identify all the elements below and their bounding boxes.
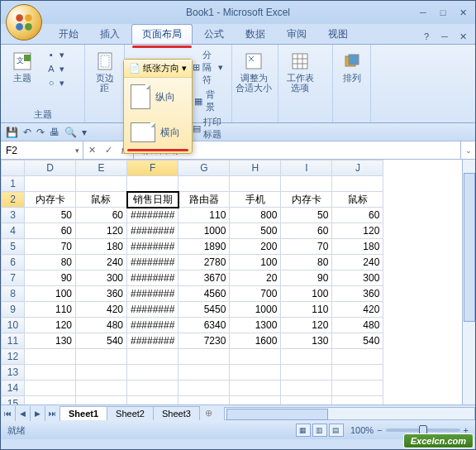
col-header-F[interactable]: F — [127, 160, 178, 176]
cell-E3[interactable]: 60 — [76, 208, 127, 223]
sheet-nav-first[interactable]: ⏮ — [1, 406, 16, 421]
cell-I14[interactable] — [281, 381, 332, 396]
cell-D6[interactable]: 80 — [25, 255, 76, 270]
sheet-tab-3[interactable]: Sheet3 — [153, 406, 200, 420]
vertical-scrollbar[interactable] — [462, 160, 475, 405]
cell-H1[interactable] — [230, 176, 281, 192]
qat-more[interactable]: ▾ — [82, 127, 87, 138]
col-header-E[interactable]: E — [76, 160, 127, 176]
row-header-12[interactable]: 12 — [2, 349, 25, 365]
cell-I2[interactable]: 内存卡 — [281, 192, 332, 208]
cell-F2[interactable]: 销售日期 — [127, 192, 178, 208]
row-header-2[interactable]: 2 — [2, 192, 25, 208]
office-button[interactable] — [6, 4, 42, 41]
view-layout[interactable]: ▥ — [312, 424, 327, 437]
cell-J14[interactable] — [332, 381, 383, 396]
cell-G14[interactable] — [178, 381, 230, 396]
row-header-1[interactable]: 1 — [2, 176, 25, 192]
cell-F3[interactable]: ######## — [127, 208, 178, 223]
row-header-14[interactable]: 14 — [2, 381, 25, 396]
scale-to-fit-button[interactable]: 调整为 合适大小 — [237, 48, 270, 120]
name-box[interactable]: F2 — [1, 141, 83, 159]
cell-E1[interactable] — [76, 176, 127, 192]
arrange-button[interactable]: 排列 — [338, 48, 365, 120]
cell-G5[interactable]: 1890 — [178, 239, 230, 255]
close-button[interactable]: ✕ — [454, 6, 472, 19]
fx-accept[interactable]: ✓ — [100, 141, 117, 159]
cell-J11[interactable]: 540 — [332, 333, 383, 349]
cell-I4[interactable]: 60 — [281, 223, 332, 239]
horizontal-scrollbar[interactable] — [224, 407, 475, 420]
zoom-out[interactable]: − — [377, 425, 382, 435]
cell-E8[interactable]: 360 — [76, 286, 127, 302]
zoom-slider[interactable] — [386, 428, 460, 432]
cell-G13[interactable] — [178, 365, 230, 381]
col-header-D[interactable]: D — [25, 160, 76, 176]
ribbon-min-button[interactable]: ─ — [437, 29, 452, 44]
tab-insert[interactable]: 插入 — [90, 25, 130, 44]
row-header-8[interactable]: 8 — [2, 286, 25, 302]
theme-fonts[interactable]: A▾ — [42, 62, 68, 75]
cell-I10[interactable]: 120 — [281, 318, 332, 333]
cell-F9[interactable]: ######## — [127, 302, 178, 318]
tab-home[interactable]: 开始 — [49, 25, 88, 44]
cell-I5[interactable]: 70 — [281, 239, 332, 255]
breaks-button[interactable]: ⊞分隔符 ▾ — [189, 48, 226, 87]
cell-I1[interactable] — [281, 176, 332, 192]
col-header-J[interactable]: J — [332, 160, 383, 176]
cell-I11[interactable]: 130 — [281, 333, 332, 349]
print-titles-button[interactable]: ▤打印标题 — [189, 115, 226, 141]
cell-D11[interactable]: 130 — [25, 333, 76, 349]
cell-G1[interactable] — [178, 176, 230, 192]
theme-colors[interactable]: ▪▾ — [42, 48, 68, 61]
sheet-nav-next[interactable]: ▶ — [31, 406, 45, 421]
cell-J10[interactable]: 480 — [332, 318, 383, 333]
cell-D12[interactable] — [25, 349, 76, 365]
row-header-10[interactable]: 10 — [2, 318, 25, 333]
cell-F8[interactable]: ######## — [127, 286, 178, 302]
qat-print[interactable]: 🖶 — [50, 127, 60, 138]
spreadsheet-grid[interactable]: DEFGHIJ12内存卡鼠标销售日期路由器手机内存卡鼠标35060#######… — [1, 160, 383, 412]
cell-D5[interactable]: 70 — [25, 239, 76, 255]
col-header-I[interactable]: I — [281, 160, 332, 176]
cell-E9[interactable]: 420 — [76, 302, 127, 318]
cell-H4[interactable]: 500 — [230, 223, 281, 239]
cell-J1[interactable] — [332, 176, 383, 192]
cell-F6[interactable]: ######## — [127, 255, 178, 270]
row-header-7[interactable]: 7 — [2, 270, 25, 286]
zoom-level[interactable]: 100% — [350, 425, 374, 435]
cell-I3[interactable]: 50 — [281, 208, 332, 223]
orientation-button[interactable]: 📄 纸张方向 ▾ — [124, 60, 192, 78]
cell-H8[interactable]: 700 — [230, 286, 281, 302]
cell-J9[interactable]: 420 — [332, 302, 383, 318]
view-pagebreak[interactable]: ▤ — [329, 424, 344, 437]
margins-button[interactable]: 页边距 — [90, 48, 119, 120]
cell-J12[interactable] — [332, 349, 383, 365]
cell-I6[interactable]: 80 — [281, 255, 332, 270]
cell-G4[interactable]: 1000 — [178, 223, 230, 239]
background-button[interactable]: ▦背景 — [189, 88, 226, 114]
cell-H11[interactable]: 1600 — [230, 333, 281, 349]
cell-H14[interactable] — [230, 381, 281, 396]
cell-I13[interactable] — [281, 365, 332, 381]
cell-E6[interactable]: 240 — [76, 255, 127, 270]
row-header-6[interactable]: 6 — [2, 255, 25, 270]
maximize-button[interactable]: □ — [434, 6, 452, 19]
sheet-nav-last[interactable]: ⏭ — [45, 406, 60, 421]
cell-F7[interactable]: ######## — [127, 270, 178, 286]
row-header-11[interactable]: 11 — [2, 333, 25, 349]
cell-G8[interactable]: 4560 — [178, 286, 230, 302]
cell-E14[interactable] — [76, 381, 127, 396]
row-header-9[interactable]: 9 — [2, 302, 25, 318]
qat-redo[interactable]: ↷ — [36, 127, 45, 138]
cell-E13[interactable] — [76, 365, 127, 381]
fx-cancel[interactable]: ✕ — [83, 141, 100, 159]
cell-I9[interactable]: 110 — [281, 302, 332, 318]
cell-I12[interactable] — [281, 349, 332, 365]
cell-H9[interactable]: 1000 — [230, 302, 281, 318]
select-all[interactable] — [2, 160, 25, 176]
cell-F12[interactable] — [127, 349, 178, 365]
col-header-G[interactable]: G — [178, 160, 230, 176]
cell-F10[interactable]: ######## — [127, 318, 178, 333]
qat-undo[interactable]: ↶ — [23, 127, 31, 138]
